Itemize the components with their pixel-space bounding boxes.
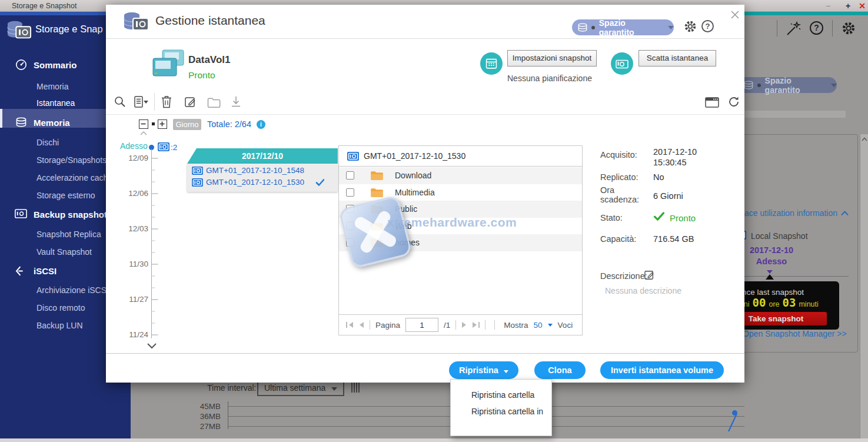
first-page-icon[interactable]: [346, 322, 354, 328]
folder-row[interactable]: Public: [339, 201, 582, 218]
gear-icon[interactable]: [684, 20, 697, 33]
edit-icon[interactable]: [185, 96, 197, 108]
dialog-title: Gestione istantanea: [155, 14, 265, 28]
folder-icon: [371, 171, 383, 180]
snapshot-name[interactable]: GMT+01_2017-12-10_1548: [206, 166, 304, 175]
menu-item-restore-folder-to[interactable]: Ripristina cartella in: [451, 403, 551, 420]
next-page-icon[interactable]: [461, 322, 467, 328]
folder-checkbox[interactable]: [346, 171, 354, 180]
sidebar-item-memoria-sub[interactable]: Memoria: [36, 82, 68, 91]
restore-dropdown-menu: Ripristina cartella Ripristina cartella …: [450, 379, 552, 436]
folder-checkbox[interactable]: [346, 188, 354, 197]
sidebar-item-dischi[interactable]: Dischi: [36, 138, 59, 147]
snapshot-row[interactable]: GMT+01_2017-12-10_1530: [192, 178, 304, 187]
sidebar-item-storage-esterno[interactable]: Storage esterno: [36, 191, 95, 200]
snapshot-card: GMT+01_2017-12-10_1548 GMT+01_2017-12-10…: [187, 164, 338, 192]
take-snapshot-button[interactable]: Scatta istantanea: [638, 50, 716, 67]
gear-icon-background[interactable]: [842, 21, 856, 35]
last-snapshot-date: 2017-12-10: [739, 245, 804, 255]
sidebar-item-disco-remoto[interactable]: Disco remoto: [36, 303, 85, 313]
snapshot-card-date: 2017/12/10: [187, 148, 338, 164]
edit-description-icon[interactable]: [644, 270, 655, 280]
timeline-unit-badge[interactable]: Giorno: [173, 119, 201, 130]
expiry-value: 6 Giorni: [653, 191, 683, 201]
sidebar-item-accelerazione-cache[interactable]: Accelerazione cache: [36, 173, 112, 182]
chevron-down-icon: [831, 84, 837, 87]
page-input[interactable]: [405, 318, 438, 332]
restore-button[interactable]: Ripristina: [449, 361, 518, 379]
chevron-down-icon[interactable]: [548, 324, 553, 327]
last-page-icon[interactable]: [472, 322, 480, 328]
revert-volume-button[interactable]: Inverti istantanea volume: [600, 361, 724, 379]
close-icon[interactable]: [730, 10, 740, 19]
status-strip: [0, 438, 868, 442]
timeline-scroll-down-icon[interactable]: [147, 343, 157, 348]
snapshot-row[interactable]: GMT+01_2017-12-10_1548: [192, 166, 304, 175]
menu-item-restore-folder[interactable]: Ripristina cartella: [451, 387, 551, 403]
panel-toggle-icon[interactable]: [705, 97, 719, 108]
maximize-button[interactable]: +: [843, 1, 853, 11]
folder-row[interactable]: homes: [339, 234, 582, 251]
snapshot-name[interactable]: GMT+01_2017-12-10_1530: [206, 178, 304, 187]
sidebar-item-iscsi[interactable]: iSCSI: [34, 266, 56, 276]
chevron-up-icon[interactable]: [841, 211, 849, 216]
folder-checkbox[interactable]: [346, 238, 354, 247]
help-icon-background[interactable]: ?: [810, 21, 823, 35]
folder-checkbox[interactable]: [346, 222, 354, 230]
magic-wand-icon[interactable]: [785, 20, 802, 36]
folder-icon: [371, 221, 383, 231]
schedule-bars-icon[interactable]: [351, 381, 361, 394]
help-icon[interactable]: ?: [701, 20, 714, 32]
take-snapshot-circle: [611, 52, 633, 75]
list-view-icon[interactable]: [134, 96, 149, 108]
page-size-value[interactable]: 50: [534, 321, 543, 330]
sidebar-item-archiviazione-iscsi[interactable]: Archiviazione iSCSI: [36, 285, 109, 295]
local-snapshot-label: Local Snapshot: [751, 231, 808, 241]
selected-check-icon: [315, 179, 325, 186]
snapshot-settings-button[interactable]: Impostazioni snapshot: [507, 50, 597, 67]
minimize-button[interactable]: −: [823, 1, 833, 11]
clone-button[interactable]: Clona: [534, 361, 586, 379]
zoom-slider-handle[interactable]: [152, 122, 155, 125]
sidebar-item-memoria[interactable]: Memoria: [34, 118, 70, 128]
divider: [494, 320, 495, 330]
utilization-link[interactable]: Space utilization information: [734, 208, 837, 218]
refresh-icon[interactable]: [728, 96, 740, 108]
open-folder-icon[interactable]: [207, 98, 221, 108]
sidebar-item-vault-snapshot[interactable]: Vault Snapshot: [36, 247, 92, 257]
folder-icon: [371, 238, 383, 247]
folder-row[interactable]: Download: [339, 167, 582, 184]
restore-button-label: Ripristina: [459, 365, 498, 375]
close-window-button[interactable]: ✕: [857, 1, 867, 11]
sidebar-item-istantanea[interactable]: Istantanea: [36, 98, 75, 108]
scroll-up-icon[interactable]: [862, 137, 867, 141]
sidebar-item-backup-snapshot[interactable]: Backup snapshot: [34, 210, 107, 220]
sidebar-item-sommario[interactable]: Sommario: [34, 60, 77, 70]
guaranteed-space-pill-background[interactable]: Spazio garantito: [738, 77, 837, 93]
search-icon[interactable]: [114, 96, 126, 108]
camera-icon: [616, 59, 628, 69]
sidebar-item-storage-snapshots[interactable]: Storage/Snapshots: [36, 155, 107, 165]
zoom-out-button[interactable]: [139, 119, 148, 129]
folder-row[interactable]: Multimedia: [339, 184, 582, 201]
acquired-label: Acquisito:: [600, 150, 637, 159]
divider: [154, 93, 155, 111]
y-tick-36: 36MB: [194, 412, 221, 421]
sidebar-item-backup-lun[interactable]: Backup LUN: [36, 321, 83, 330]
delete-icon[interactable]: [161, 95, 172, 108]
description-placeholder: Nessuna descrizione: [605, 286, 681, 295]
folder-checkbox[interactable]: [346, 205, 354, 213]
sidebar-item-snapshot-replica[interactable]: Snapshot Replica: [36, 230, 101, 239]
info-icon[interactable]: i: [257, 120, 265, 129]
folder-row[interactable]: Web: [339, 218, 582, 235]
guaranteed-space-pill[interactable]: Spazio garantito: [572, 19, 674, 35]
download-icon[interactable]: [231, 96, 241, 108]
zoom-in-button[interactable]: [158, 119, 167, 129]
prev-page-icon[interactable]: [359, 322, 364, 328]
app-title: Storage e Snap: [35, 24, 103, 35]
header-divider: [832, 20, 833, 36]
divider: [106, 114, 744, 115]
status-label: Stato:: [600, 213, 623, 222]
scrollbar[interactable]: [860, 134, 868, 438]
open-snapshot-manager-link[interactable]: Open Snapshot Manager >>: [743, 329, 847, 338]
